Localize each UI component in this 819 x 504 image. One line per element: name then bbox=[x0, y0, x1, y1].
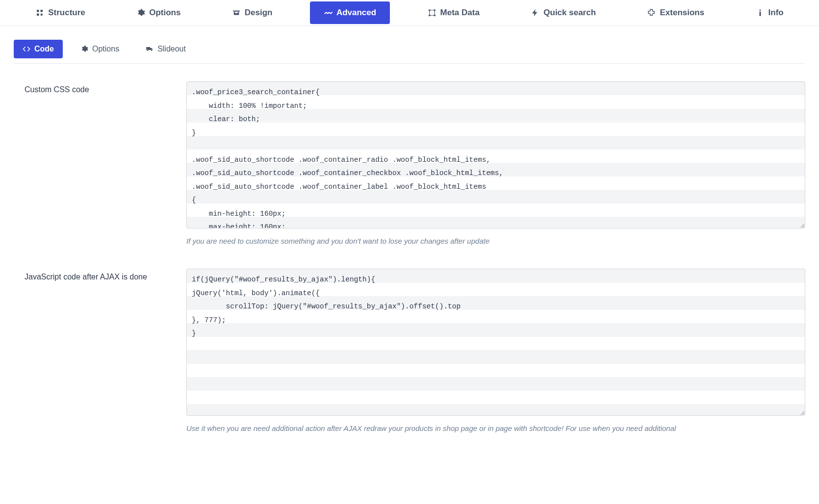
sub-tab-options[interactable]: Options bbox=[72, 40, 128, 58]
sub-tab-slideout[interactable]: Slideout bbox=[137, 40, 195, 58]
tab-label: Info bbox=[768, 8, 784, 18]
gear-icon bbox=[80, 45, 88, 53]
tab-info[interactable]: Info bbox=[742, 0, 797, 25]
tab-label: Options bbox=[149, 8, 180, 18]
svg-rect-5 bbox=[759, 12, 761, 16]
custom-css-help: If you are need to customize something a… bbox=[186, 236, 805, 246]
extensions-icon bbox=[647, 8, 656, 17]
tab-label: Extensions bbox=[660, 8, 704, 18]
sub-tab-label: Code bbox=[34, 45, 54, 53]
tab-label: Structure bbox=[48, 8, 85, 18]
tab-options[interactable]: Options bbox=[123, 0, 194, 25]
tab-label: Quick search bbox=[543, 8, 596, 18]
custom-css-textarea[interactable] bbox=[186, 81, 805, 228]
info-icon bbox=[756, 8, 765, 17]
tab-label: Advanced bbox=[336, 8, 376, 18]
js-after-ajax-label: JavaScript code after AJAX is done bbox=[25, 269, 177, 433]
svg-point-4 bbox=[759, 9, 761, 11]
tab-design[interactable]: Design bbox=[218, 0, 286, 25]
svg-point-3 bbox=[434, 14, 435, 16]
svg-point-1 bbox=[434, 9, 435, 11]
js-after-ajax-section: JavaScript code after AJAX is done Use i… bbox=[14, 251, 805, 438]
main-tabs: Structure Options Design Advanced Meta D… bbox=[0, 0, 819, 26]
structure-icon bbox=[35, 8, 44, 17]
meta-data-icon bbox=[428, 8, 436, 17]
sub-tab-label: Slideout bbox=[157, 45, 186, 53]
truck-icon bbox=[146, 45, 154, 53]
lightning-icon bbox=[531, 8, 539, 17]
tab-meta-data[interactable]: Meta Data bbox=[414, 0, 493, 25]
design-icon bbox=[232, 8, 241, 17]
tab-label: Design bbox=[245, 8, 273, 18]
code-icon bbox=[23, 45, 30, 53]
advanced-icon bbox=[324, 8, 333, 17]
svg-point-0 bbox=[428, 9, 430, 11]
custom-css-label: Custom CSS code bbox=[25, 81, 177, 246]
sub-tabs: Code Options Slideout bbox=[14, 40, 805, 64]
gear-icon bbox=[136, 8, 145, 17]
tab-label: Meta Data bbox=[440, 8, 480, 18]
sub-tab-code[interactable]: Code bbox=[14, 40, 63, 58]
svg-point-2 bbox=[428, 14, 430, 16]
tab-advanced[interactable]: Advanced bbox=[310, 1, 390, 24]
tab-structure[interactable]: Structure bbox=[22, 0, 99, 25]
js-after-ajax-help: Use it when you are need additional acti… bbox=[186, 423, 805, 433]
sub-tab-label: Options bbox=[92, 45, 119, 53]
custom-css-section: Custom CSS code If you are need to custo… bbox=[14, 64, 805, 251]
js-after-ajax-textarea[interactable] bbox=[186, 269, 805, 416]
tab-quick-search[interactable]: Quick search bbox=[517, 0, 610, 25]
tab-extensions[interactable]: Extensions bbox=[633, 0, 718, 25]
